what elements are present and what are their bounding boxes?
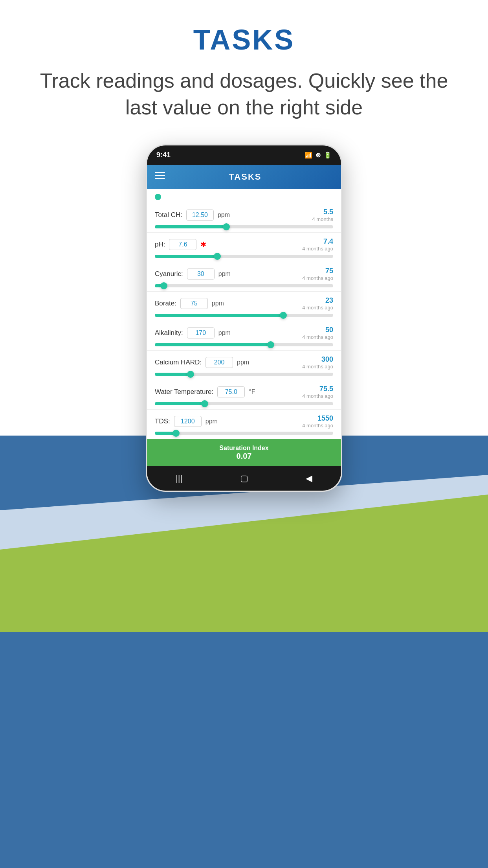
slider-fill-4 xyxy=(155,343,271,346)
param-last-value-5: 300 xyxy=(302,355,333,364)
param-last-value-0: 5.5 xyxy=(312,208,333,216)
slider-1[interactable] xyxy=(155,255,333,258)
slider-fill-0 xyxy=(155,225,226,228)
svg-rect-2 xyxy=(155,178,165,179)
param-right-3: 23 4 months ago xyxy=(302,296,333,311)
param-label-6: Water Temperature: xyxy=(155,388,213,396)
page-title: TASKS xyxy=(193,24,295,56)
slider-6[interactable] xyxy=(155,402,333,405)
slider-3[interactable] xyxy=(155,314,333,317)
phone-mockup: 9:41 📶 ⊗ 🔋 TASKS xyxy=(146,144,342,492)
slider-thumb-7 xyxy=(172,430,180,437)
slider-0[interactable] xyxy=(155,225,333,228)
param-last-time-4: 4 months ago xyxy=(302,334,333,340)
param-last-time-6: 4 months ago xyxy=(302,393,333,399)
param-last-value-6: 75.5 xyxy=(302,385,333,393)
param-input-3[interactable] xyxy=(180,298,208,309)
param-left-0: Total CH: ppm xyxy=(155,210,230,221)
slider-thumb-5 xyxy=(187,371,194,378)
param-left-5: Calcium HARD: ppm xyxy=(155,357,249,368)
slider-fill-6 xyxy=(155,402,205,405)
signal-icon: ⊗ xyxy=(316,151,321,159)
param-input-6[interactable] xyxy=(217,386,245,397)
app-header: TASKS xyxy=(147,165,341,189)
param-unit-2: ppm xyxy=(218,270,231,278)
nav-bar: ||| ▢ ◀ xyxy=(147,466,341,491)
param-last-time-0: 4 months xyxy=(312,216,333,222)
param-right-6: 75.5 4 months ago xyxy=(302,385,333,399)
param-right-5: 300 4 months ago xyxy=(302,355,333,370)
param-last-value-2: 75 xyxy=(302,267,333,275)
param-last-time-1: 4 months ago xyxy=(302,246,333,252)
param-header-1: pH: ✱ 7.4 4 months ago xyxy=(155,237,333,252)
slider-thumb-3 xyxy=(280,312,287,319)
green-dot xyxy=(155,194,161,200)
param-input-5[interactable] xyxy=(205,357,233,368)
param-label-7: TDS: xyxy=(155,417,170,425)
param-last-time-7: 4 months ago xyxy=(302,423,333,428)
param-left-4: Alkalinity: ppm xyxy=(155,327,231,338)
param-last-value-1: 7.4 xyxy=(302,237,333,246)
saturation-label: Saturation Index xyxy=(152,445,336,452)
slider-5[interactable] xyxy=(155,373,333,376)
hamburger-icon[interactable] xyxy=(155,172,165,182)
slider-thumb-6 xyxy=(201,400,208,407)
param-row-4: Alkalinity: ppm 50 4 months ago xyxy=(147,321,341,351)
param-right-0: 5.5 4 months xyxy=(312,208,333,222)
header-title: TASKS xyxy=(173,172,317,182)
battery-icon: 🔋 xyxy=(324,151,332,159)
param-label-4: Alkalinity: xyxy=(155,329,183,337)
wifi-icon: 📶 xyxy=(305,151,312,159)
recent-btn[interactable]: ||| xyxy=(176,473,182,484)
slider-thumb-2 xyxy=(160,282,167,289)
param-label-5: Calcium HARD: xyxy=(155,359,202,366)
svg-rect-0 xyxy=(155,172,165,173)
slider-thumb-0 xyxy=(223,223,230,230)
slider-2[interactable] xyxy=(155,284,333,287)
home-btn[interactable]: ▢ xyxy=(240,473,248,484)
param-header-0: Total CH: ppm 5.5 4 months xyxy=(155,208,333,222)
param-header-4: Alkalinity: ppm 50 4 months ago xyxy=(155,326,333,340)
param-right-7: 1550 4 months ago xyxy=(302,414,333,428)
slider-fill-1 xyxy=(155,255,217,258)
param-left-7: TDS: ppm xyxy=(155,416,218,427)
param-row-2: Cyanuric: ppm 75 4 months ago xyxy=(147,262,341,292)
param-header-7: TDS: ppm 1550 4 months ago xyxy=(155,414,333,428)
param-row-3: Borate: ppm 23 4 months ago xyxy=(147,292,341,321)
param-input-4[interactable] xyxy=(187,327,215,338)
param-left-6: Water Temperature: °F xyxy=(155,386,255,397)
param-last-time-5: 4 months ago xyxy=(302,364,333,370)
param-header-6: Water Temperature: °F 75.5 4 months ago xyxy=(155,385,333,399)
param-row-6: Water Temperature: °F 75.5 4 months ago xyxy=(147,380,341,410)
back-btn[interactable]: ◀ xyxy=(306,473,312,484)
param-unit-4: ppm xyxy=(218,329,231,337)
green-dot-row xyxy=(147,189,341,203)
param-row-1: pH: ✱ 7.4 4 months ago xyxy=(147,233,341,262)
param-unit-6: °F xyxy=(249,388,255,395)
svg-rect-1 xyxy=(155,175,165,176)
param-label-1: pH: xyxy=(155,241,165,248)
param-input-1[interactable] xyxy=(169,239,196,250)
app-content: Total CH: ppm 5.5 4 months pH: ✱ 7.4 xyxy=(147,189,341,466)
param-unit-5: ppm xyxy=(237,359,249,366)
param-input-0[interactable] xyxy=(186,210,214,221)
slider-thumb-1 xyxy=(214,253,221,260)
slider-7[interactable] xyxy=(155,432,333,435)
param-input-2[interactable] xyxy=(187,268,215,280)
param-unit-7: ppm xyxy=(205,418,218,425)
param-label-2: Cyanuric: xyxy=(155,270,183,278)
param-header-2: Cyanuric: ppm 75 4 months ago xyxy=(155,267,333,281)
param-input-7[interactable] xyxy=(174,416,202,427)
param-last-value-7: 1550 xyxy=(302,414,333,423)
param-row-5: Calcium HARD: ppm 300 4 months ago xyxy=(147,351,341,380)
slider-4[interactable] xyxy=(155,343,333,346)
status-time: 9:41 xyxy=(156,151,171,159)
param-left-1: pH: ✱ xyxy=(155,239,206,250)
param-right-1: 7.4 4 months ago xyxy=(302,237,333,252)
params-container: Total CH: ppm 5.5 4 months pH: ✱ 7.4 xyxy=(147,203,341,439)
status-icons: 📶 ⊗ 🔋 xyxy=(305,151,332,159)
status-bar: 9:41 📶 ⊗ 🔋 xyxy=(147,145,341,165)
param-left-3: Borate: ppm xyxy=(155,298,224,309)
saturation-value: 0.07 xyxy=(152,452,336,461)
param-last-value-4: 50 xyxy=(302,326,333,334)
